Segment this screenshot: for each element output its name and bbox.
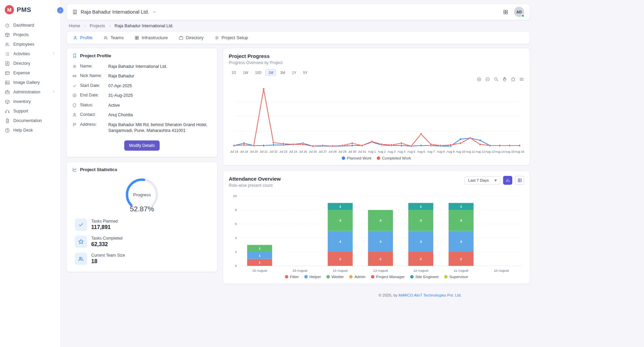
sidebar-item-label: Image Gallery [13, 80, 40, 85]
legend-label: Fitter [290, 275, 299, 279]
zoom-out-icon[interactable] [485, 77, 490, 82]
zoom-in-icon[interactable] [477, 77, 482, 82]
sidebar-item-label: Administration [13, 90, 40, 94]
card-title: Project Statistics [80, 167, 117, 172]
sidebar-item-expense[interactable]: Expense [0, 68, 60, 78]
svg-text:3: 3 [380, 218, 382, 222]
check-square-icon [75, 218, 87, 231]
logo[interactable]: M PMS [0, 0, 60, 20]
svg-text:10 August: 10 August [494, 269, 509, 272]
attendance-bar-chart[interactable]: 024681011116 August15 August233114 Augus… [229, 193, 524, 274]
sidebar-item-administration[interactable]: Administration [0, 87, 60, 97]
card-title: Project Progress [229, 53, 524, 59]
sidebar-item-projects[interactable]: Projects [0, 30, 60, 40]
tab-directory[interactable]: Directory [179, 34, 204, 41]
tab-label: Directory [186, 35, 204, 40]
legend-dot [410, 275, 414, 278]
briefcase-icon [5, 90, 10, 95]
sidebar-item-label: Help Desk [13, 128, 33, 133]
sidebar-collapse-button[interactable]: ‹ [57, 7, 63, 13]
right-column: Project Progress Progress Overview by Pr… [223, 48, 530, 300]
range-button-3m[interactable]: 3M [277, 69, 288, 76]
tab-infrastructure[interactable]: Infrastructure [134, 34, 168, 41]
svg-text:3: 3 [460, 218, 462, 222]
company-selector-label[interactable]: Raja Bahadur International Ltd. [81, 9, 149, 15]
svg-text:Jul 22: Jul 22 [270, 150, 278, 153]
legend-dot [285, 275, 288, 278]
field-end-date: End Date: 31-Aug-2025 [72, 91, 212, 101]
person-icon [72, 112, 77, 117]
headset-icon [5, 109, 10, 114]
svg-text:0: 0 [235, 264, 237, 268]
svg-text:Jul 20: Jul 20 [250, 150, 258, 153]
team-icon [75, 253, 87, 265]
breadcrumb-home[interactable]: Home [69, 24, 80, 28]
project-statistics-title-row: Project Statistics [72, 167, 212, 172]
range-button-1d[interactable]: 1D [229, 69, 239, 76]
range-button-1m[interactable]: 1M [265, 69, 276, 76]
selection-zoom-icon[interactable] [494, 77, 499, 82]
tab-project-setup[interactable]: Project Setup [214, 34, 248, 41]
sidebar-item-label: Activities [13, 51, 30, 56]
range-button-15d[interactable]: 15D [252, 69, 264, 76]
legend-item[interactable]: Helper [304, 275, 321, 279]
home-icon[interactable] [511, 77, 516, 82]
user-avatar[interactable]: AD [514, 7, 524, 17]
legend-item[interactable]: Fitter [285, 275, 299, 279]
svg-text:6: 6 [235, 222, 237, 226]
svg-text:Jul 25: Jul 25 [299, 150, 307, 153]
range-button-1w[interactable]: 1W [240, 69, 251, 76]
progress-line-chart[interactable]: Jul 18Jul 19Jul 20Jul 21Jul 22Jul 23Jul … [229, 82, 524, 155]
legend-item[interactable]: Project Manager [371, 275, 405, 279]
svg-text:Aug 2: Aug 2 [378, 150, 386, 153]
svg-text:14 August: 14 August [333, 269, 348, 272]
sidebar-item-dashboard[interactable]: Dashboard [0, 20, 60, 30]
sidebar-item-documentation[interactable]: Documentation [0, 116, 60, 125]
svg-text:Aug 3: Aug 3 [388, 150, 396, 153]
sidebar-item-activities[interactable]: Activities [0, 49, 60, 59]
legend-item[interactable]: Admin [349, 275, 366, 279]
legend-item[interactable]: Welder [326, 275, 344, 279]
date-range-select[interactable]: Last 7 Days [465, 176, 500, 184]
svg-text:3: 3 [380, 240, 382, 243]
card-title: Attendance Overview [229, 176, 281, 182]
chevron-right-icon [108, 24, 112, 28]
apps-grid-button[interactable] [503, 9, 509, 15]
sidebar-item-label: Documentation [13, 118, 42, 123]
id-card-icon [5, 61, 10, 66]
legend-item[interactable]: Site Engineer [410, 275, 439, 279]
table-view-button[interactable] [515, 176, 524, 185]
chevron-down-icon[interactable] [152, 10, 157, 14]
sidebar-item-help-desk[interactable]: Help Desk [0, 125, 60, 135]
gear-icon [214, 35, 219, 40]
modify-details-button[interactable]: Modify Details [124, 140, 159, 151]
sidebar-item-image-gallery[interactable]: Image Gallery [0, 78, 60, 87]
sidebar-item-directory[interactable]: Directory [0, 59, 60, 68]
bar-chart-icon [505, 178, 510, 183]
tab-teams[interactable]: Teams [103, 34, 124, 41]
pan-hand-icon[interactable] [502, 77, 507, 82]
range-button-5y[interactable]: 5Y [300, 69, 310, 76]
chart-view-button[interactable] [503, 176, 512, 185]
circle-x-icon [72, 93, 77, 98]
card-subtitle: Role-wise present count [229, 183, 281, 188]
svg-text:3: 3 [339, 240, 341, 243]
sidebar-item-inventory[interactable]: Inventory [0, 97, 60, 106]
breadcrumb-projects[interactable]: Projects [90, 24, 105, 28]
sidebar-item-employees[interactable]: Employees [0, 40, 60, 49]
svg-text:Jul 29: Jul 29 [338, 150, 347, 153]
online-status-dot [521, 14, 525, 17]
breadcrumb: Home Projects Raja Bahadur International… [67, 20, 530, 32]
range-button-1y[interactable]: 1Y [289, 69, 299, 76]
footer-link[interactable]: MARCO AIoT Technologies Pvt. Ltd. [399, 293, 462, 297]
legend-item[interactable]: Planned Work [342, 156, 371, 160]
svg-text:Aug 14: Aug 14 [495, 150, 504, 153]
menu-icon[interactable] [519, 77, 524, 82]
profile-actions: Modify Details [72, 140, 212, 151]
sidebar-item-label: Support [13, 109, 28, 114]
legend-item[interactable]: Completed Work [377, 156, 411, 160]
legend-item[interactable]: Supervisor [444, 275, 468, 279]
stat-tasks-completed: Tasks Completed 62,332 [75, 236, 212, 248]
sidebar-item-support[interactable]: Support [0, 106, 60, 116]
tab-profile[interactable]: Profile [73, 34, 93, 41]
